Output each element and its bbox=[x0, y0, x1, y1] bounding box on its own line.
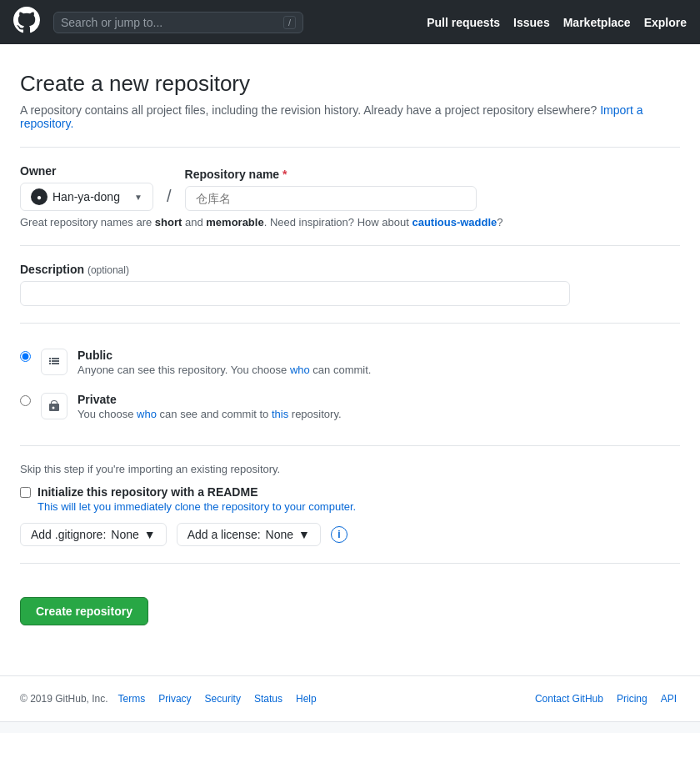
chevron-down-icon: ▼ bbox=[134, 193, 142, 202]
divider-3 bbox=[20, 323, 680, 324]
page-title: Create a new repository bbox=[20, 71, 680, 97]
info-icon[interactable]: i bbox=[331, 526, 348, 543]
nav-issues[interactable]: Issues bbox=[513, 16, 550, 29]
nav-links: Pull requests Issues Marketplace Explore bbox=[427, 16, 687, 29]
private-who-link[interactable]: who bbox=[137, 408, 157, 420]
footer-privacy[interactable]: Privacy bbox=[158, 693, 191, 705]
search-input[interactable] bbox=[61, 16, 278, 29]
public-label: Public bbox=[78, 349, 371, 362]
init-description: This will let you immediately clone the … bbox=[38, 500, 356, 513]
init-label[interactable]: Initialize this repository with a README bbox=[38, 485, 258, 499]
repo-name-group: Repository name * bbox=[185, 168, 477, 211]
visibility-section: Public Anyone can see this repository. Y… bbox=[20, 340, 680, 429]
private-description: You choose who can see and commit to thi… bbox=[78, 408, 342, 420]
description-label: Description (optional) bbox=[20, 263, 680, 276]
license-chevron-icon: ▼ bbox=[298, 528, 310, 541]
public-option: Public Anyone can see this repository. Y… bbox=[20, 340, 680, 384]
owner-name: Han-ya-dong bbox=[52, 190, 120, 203]
github-logo[interactable] bbox=[13, 7, 40, 38]
private-option: Private You choose who can see and commi… bbox=[20, 384, 680, 429]
owner-group: Owner ● Han-ya-dong ▼ bbox=[20, 164, 153, 211]
description-input[interactable] bbox=[20, 281, 570, 306]
search-box[interactable]: / bbox=[53, 12, 303, 33]
nav-pull-requests[interactable]: Pull requests bbox=[427, 16, 500, 29]
optional-label: (optional) bbox=[88, 264, 129, 276]
repo-name-label: Repository name * bbox=[185, 168, 477, 181]
public-radio[interactable] bbox=[20, 351, 31, 362]
owner-select[interactable]: ● Han-ya-dong ▼ bbox=[20, 183, 153, 211]
footer-help[interactable]: Help bbox=[296, 693, 317, 705]
private-this-link[interactable]: this bbox=[272, 408, 288, 420]
private-label: Private bbox=[78, 393, 342, 406]
required-indicator: * bbox=[282, 168, 287, 181]
nav-explore[interactable]: Explore bbox=[644, 16, 687, 29]
description-group: Description (optional) bbox=[20, 263, 680, 306]
footer-terms[interactable]: Terms bbox=[118, 693, 146, 705]
public-icon bbox=[41, 349, 68, 375]
page-subtitle: A repository contains all project files,… bbox=[20, 103, 680, 130]
footer: © 2019 GitHub, Inc. Terms Privacy Securi… bbox=[0, 675, 700, 721]
license-value: None bbox=[266, 528, 293, 541]
init-checkbox-label-group: Initialize this repository with a README… bbox=[38, 485, 356, 513]
gitignore-label: Add .gitignore: bbox=[31, 528, 106, 541]
gitignore-chevron-icon: ▼ bbox=[144, 528, 156, 541]
skip-text: Skip this step if you're importing an ex… bbox=[20, 463, 680, 475]
owner-label: Owner bbox=[20, 164, 153, 178]
scrollbar[interactable] bbox=[0, 721, 700, 733]
gitignore-value: None bbox=[111, 528, 138, 541]
slash-separator: / bbox=[167, 187, 172, 211]
init-section: Skip this step if you're importing an ex… bbox=[20, 463, 680, 546]
copyright: © 2019 GitHub, Inc. bbox=[20, 693, 108, 705]
suggestion-link[interactable]: cautious-waddle bbox=[412, 216, 497, 228]
nav-marketplace[interactable]: Marketplace bbox=[563, 16, 631, 29]
search-shortcut: / bbox=[283, 16, 296, 29]
footer-right-links: Contact GitHub Pricing API bbox=[532, 693, 680, 705]
private-radio[interactable] bbox=[20, 395, 31, 406]
private-icon bbox=[41, 393, 68, 419]
footer-contact-github[interactable]: Contact GitHub bbox=[535, 693, 603, 705]
footer-api[interactable]: API bbox=[661, 693, 677, 705]
dropdown-row: Add .gitignore: None ▼ Add a license: No… bbox=[20, 523, 680, 546]
license-dropdown[interactable]: Add a license: None ▼ bbox=[177, 523, 321, 546]
navbar: / Pull requests Issues Marketplace Explo… bbox=[0, 0, 700, 44]
footer-pricing[interactable]: Pricing bbox=[617, 693, 648, 705]
owner-avatar: ● bbox=[31, 188, 48, 205]
repo-name-hint: Great repository names are short and mem… bbox=[20, 216, 680, 228]
public-who-link[interactable]: who bbox=[290, 364, 310, 376]
divider-2 bbox=[20, 245, 680, 246]
footer-status[interactable]: Status bbox=[254, 693, 282, 705]
divider-5 bbox=[20, 563, 680, 564]
create-repository-button[interactable]: Create repository bbox=[20, 597, 148, 625]
init-readme-checkbox[interactable] bbox=[20, 487, 31, 498]
init-checkbox-row: Initialize this repository with a README… bbox=[20, 485, 680, 513]
repo-name-input[interactable] bbox=[185, 186, 477, 211]
private-text: Private You choose who can see and commi… bbox=[78, 393, 342, 420]
public-description: Anyone can see this repository. You choo… bbox=[78, 364, 371, 376]
public-text: Public Anyone can see this repository. Y… bbox=[78, 349, 371, 376]
license-label: Add a license: bbox=[188, 528, 261, 541]
owner-repo-row: Owner ● Han-ya-dong ▼ / Repository name … bbox=[20, 164, 680, 211]
main-content: Create a new repository A repository con… bbox=[0, 44, 700, 675]
divider-4 bbox=[20, 445, 680, 446]
gitignore-dropdown[interactable]: Add .gitignore: None ▼ bbox=[20, 523, 167, 546]
divider-1 bbox=[20, 147, 680, 148]
footer-security[interactable]: Security bbox=[205, 693, 241, 705]
